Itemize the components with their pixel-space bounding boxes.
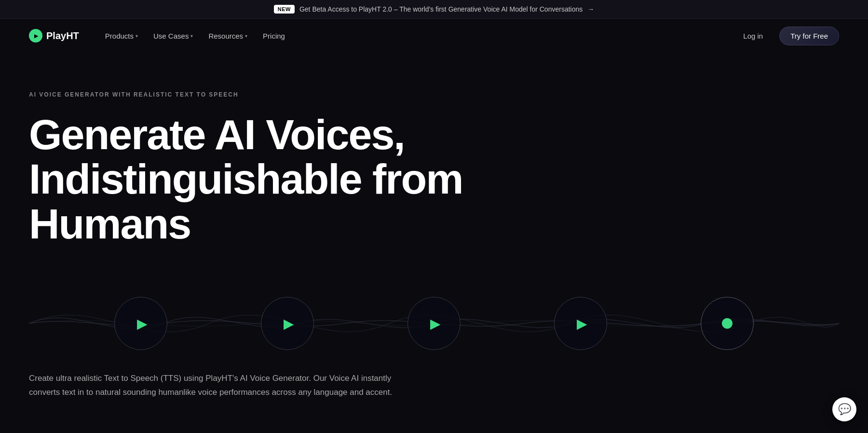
nav-item-resources[interactable]: Resources ▾ bbox=[202, 28, 254, 44]
nav-right: Log in Try for Free bbox=[736, 27, 839, 45]
audio-player-3[interactable]: ▶ bbox=[407, 297, 461, 350]
play-icon-4: ▶ bbox=[577, 316, 587, 332]
hero-section: AI VOICE GENERATOR WITH REALISTIC TEXT T… bbox=[0, 53, 868, 429]
chevron-down-icon-3: ▾ bbox=[245, 33, 247, 39]
logo-text: PlayHT bbox=[46, 30, 79, 42]
nav-links: Products ▾ Use Cases ▾ Resources ▾ Prici… bbox=[98, 28, 292, 44]
audio-player-4[interactable]: ▶ bbox=[554, 297, 607, 350]
play-icon-3: ▶ bbox=[430, 316, 441, 332]
chevron-down-icon-2: ▾ bbox=[190, 33, 193, 39]
logo-icon bbox=[29, 29, 42, 42]
players-row: ▶ ▶ ▶ ▶ bbox=[29, 297, 839, 350]
hero-title-line2: Indistinguishable from Humans bbox=[29, 155, 463, 247]
nav-left: PlayHT Products ▾ Use Cases ▾ Resources … bbox=[29, 28, 292, 44]
dot-icon-5 bbox=[722, 318, 732, 329]
play-icon-1: ▶ bbox=[137, 316, 148, 332]
hero-title: Generate AI Voices, Indistinguishable fr… bbox=[29, 112, 463, 246]
navbar: PlayHT Products ▾ Use Cases ▾ Resources … bbox=[0, 19, 868, 53]
nav-item-pricing[interactable]: Pricing bbox=[256, 28, 292, 44]
hero-subtitle: AI VOICE GENERATOR WITH REALISTIC TEXT T… bbox=[29, 91, 839, 98]
try-free-button[interactable]: Try for Free bbox=[779, 27, 839, 45]
nav-label-usecases: Use Cases bbox=[153, 32, 189, 40]
logo[interactable]: PlayHT bbox=[29, 29, 79, 42]
nav-item-usecases[interactable]: Use Cases ▾ bbox=[147, 28, 200, 44]
chat-icon: 💬 bbox=[838, 403, 851, 416]
hero-description: Create ultra realistic Text to Speech (T… bbox=[29, 372, 405, 400]
chat-widget[interactable]: 💬 bbox=[832, 397, 856, 421]
audio-player-5[interactable] bbox=[701, 297, 754, 350]
audio-player-1[interactable]: ▶ bbox=[114, 297, 167, 350]
login-button[interactable]: Log in bbox=[736, 28, 770, 44]
play-icon-2: ▶ bbox=[284, 316, 294, 332]
banner-arrow: → bbox=[587, 5, 594, 13]
hero-title-line1: Generate AI Voices, bbox=[29, 111, 405, 158]
top-banner[interactable]: NEW Get Beta Access to PlayHT 2.0 – The … bbox=[0, 0, 868, 19]
nav-item-products[interactable]: Products ▾ bbox=[98, 28, 145, 44]
banner-text: Get Beta Access to PlayHT 2.0 – The worl… bbox=[299, 5, 583, 13]
nav-label-resources: Resources bbox=[208, 32, 243, 40]
waveform-container: ▶ ▶ ▶ ▶ bbox=[29, 275, 839, 372]
nav-label-products: Products bbox=[105, 32, 134, 40]
nav-label-pricing: Pricing bbox=[263, 32, 285, 40]
new-badge: NEW bbox=[274, 5, 295, 14]
chevron-down-icon: ▾ bbox=[136, 33, 138, 39]
audio-player-2[interactable]: ▶ bbox=[261, 297, 314, 350]
